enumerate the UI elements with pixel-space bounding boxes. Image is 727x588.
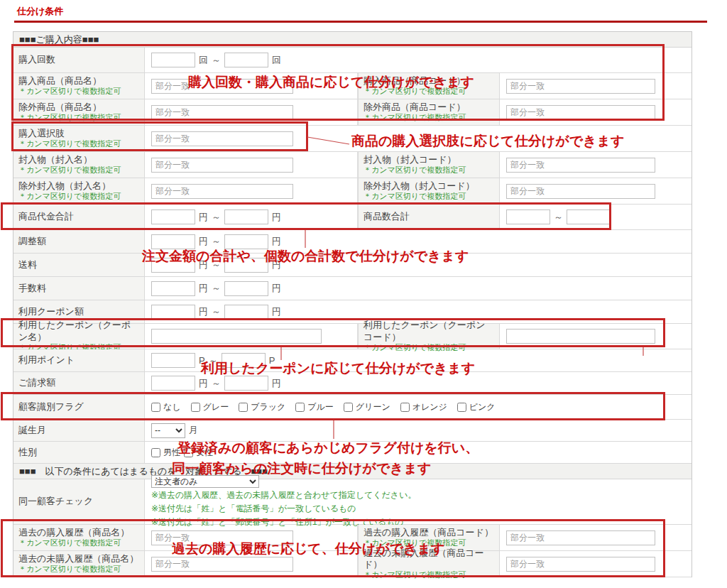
purchased-item-name-input[interactable] xyxy=(151,79,293,94)
row-purchase-count: 購入回数 回 ～ 回 xyxy=(13,48,692,73)
comma-note: ＊カンマ区切りで複数指定可 xyxy=(18,113,139,123)
used-coupon-code-input[interactable] xyxy=(506,329,655,344)
row-shipping-fee: 送料 円 ～ 円 xyxy=(13,254,692,277)
comma-note: ＊カンマ区切りで複数指定可 xyxy=(18,87,139,97)
comma-note: ＊カンマ区切りで複数指定可 xyxy=(18,192,139,202)
row-used-points: 利用ポイント P ～ P xyxy=(13,349,692,372)
used-points-label: 利用ポイント xyxy=(18,354,139,366)
excluded-item-name-label: 除外商品（商品名） xyxy=(18,102,139,113)
same-customer-note-2: ※送付先は「姓」と「電話番号」が一致しているもの xyxy=(151,503,685,515)
past-nonpurchase-name-label: 過去の未購入履歴（商品名） xyxy=(18,553,139,565)
used-points-min-input[interactable] xyxy=(151,353,195,368)
row-past-nonpurchase: 過去の未購入履歴（商品名） ＊カンマ区切りで複数指定可 過去の未購入履歴（商品コ… xyxy=(13,551,692,577)
flag-gray-checkbox[interactable] xyxy=(191,403,200,412)
row-billed-amount: ご請求額 円 ～ 円 xyxy=(13,372,692,395)
past-nonpurchase-name-input[interactable] xyxy=(151,557,293,572)
excluded-insert-name-input[interactable] xyxy=(151,184,293,199)
same-customer-check-label: 同一顧客チェック xyxy=(18,496,139,507)
used-points-max-input[interactable] xyxy=(222,353,266,368)
past-purchase-code-input[interactable] xyxy=(506,530,655,545)
insert-name-input[interactable] xyxy=(151,158,293,173)
row-adjustment: 調整額 円 ～ 円 xyxy=(13,230,692,254)
flag-black-checkbox[interactable] xyxy=(239,403,248,412)
past-purchase-name-input[interactable] xyxy=(151,530,293,545)
gender-male-checkbox[interactable] xyxy=(151,448,160,457)
past-nonpurchase-code-input[interactable] xyxy=(506,557,655,572)
excluded-item-code-input[interactable] xyxy=(506,105,655,120)
conditions-table: ■■■ご購入内容■■■ 購入回数 回 ～ 回 購入商品（商品名） ＊カンマ区切り… xyxy=(13,31,692,577)
row-excluded-item: 除外商品（商品名） ＊カンマ区切りで複数指定可 除外商品（商品コード） ＊カンマ… xyxy=(13,99,692,126)
row-used-coupon: 利用したクーポン（クーポン名） ＊カンマ区切りで複数指定可 利用したクーポン（ク… xyxy=(13,324,692,349)
used-coupon-code-label: 利用したクーポン（クーポンコード） xyxy=(364,320,494,343)
flag-pink-checkbox[interactable] xyxy=(457,403,466,412)
flag-blue-checkbox[interactable] xyxy=(295,403,305,412)
comma-note: ＊カンマ区切りで複数指定可 xyxy=(364,192,494,202)
item-count-total-max-input[interactable] xyxy=(567,209,611,224)
item-count-total-label: 商品数合計 xyxy=(364,211,494,222)
sorting-conditions-page: 仕分け条件 ■■■ご購入内容■■■ 購入回数 回 ～ 回 購入商品（商品名） ＊… xyxy=(0,0,727,588)
coupon-amount-max-input[interactable] xyxy=(224,305,268,320)
flag-green-checkbox[interactable] xyxy=(344,403,353,412)
billed-amount-label: ご請求額 xyxy=(18,377,139,388)
row-purchased-item: 購入商品（商品名） ＊カンマ区切りで複数指定可 購入商品（商品コード） ＊カンマ… xyxy=(13,73,692,99)
birth-month-select[interactable]: -- xyxy=(151,423,185,438)
same-customer-note-1: ※過去の購入履歴、過去の未購入履歴と合わせて指定してください。 xyxy=(151,489,685,501)
row-gender: 性別 男性 女性 xyxy=(13,442,692,464)
row-past-purchase: 過去の購入履歴（商品名） ＊カンマ区切りで複数指定可 過去の購入履歴（商品コード… xyxy=(13,525,692,551)
comma-note: ＊カンマ区切りで複数指定可 xyxy=(364,570,494,580)
shipping-fee-max-input[interactable] xyxy=(224,258,268,273)
comma-note: ＊カンマ区切りで複数指定可 xyxy=(18,538,139,548)
adjustment-label: 調整額 xyxy=(18,236,139,247)
handling-fee-max-input[interactable] xyxy=(224,281,268,296)
past-purchase-code-label: 過去の購入履歴（商品コード） xyxy=(364,527,494,538)
used-coupon-name-input[interactable] xyxy=(151,329,322,344)
coupon-amount-label: 利用クーポン額 xyxy=(18,306,139,317)
coupon-amount-min-input[interactable] xyxy=(151,305,195,320)
gender-female-checkbox[interactable] xyxy=(184,448,193,457)
row-purchase-option: 購入選択肢 ＊カンマ区切りで複数指定可 xyxy=(13,126,692,152)
comma-note: ＊カンマ区切りで複数指定可 xyxy=(18,139,139,149)
birth-month-label: 誕生月 xyxy=(18,425,139,436)
adjustment-min-input[interactable] xyxy=(151,234,195,249)
item-price-total-max-input[interactable] xyxy=(224,209,268,224)
row-birth-month: 誕生月 -- 月 xyxy=(13,420,692,442)
handling-fee-min-input[interactable] xyxy=(151,281,195,296)
purchase-count-max-input[interactable] xyxy=(224,53,268,67)
used-coupon-name-label: 利用したクーポン（クーポン名） xyxy=(18,320,139,343)
customer-flag-label: 顧客識別フラグ xyxy=(18,401,139,413)
row-excluded-insert: 除外封入物（封入名） ＊カンマ区切りで複数指定可 除外封入物（封入コード） ＊カ… xyxy=(13,178,692,205)
purchased-item-code-input[interactable] xyxy=(506,79,655,94)
comma-note: ＊カンマ区切りで複数指定可 xyxy=(18,565,139,575)
adjustment-max-input[interactable] xyxy=(224,234,268,249)
insert-name-label: 封入物（封入名） xyxy=(18,154,139,165)
section-header-purchase-contents: ■■■ご購入内容■■■ xyxy=(13,32,692,48)
shipping-fee-label: 送料 xyxy=(18,259,139,271)
billed-amount-min-input[interactable] xyxy=(151,376,195,391)
page-title: 仕分け条件 xyxy=(17,5,63,18)
gender-label: 性別 xyxy=(18,447,139,458)
section-header-target-conditions: ■■■ 以下の条件にあてはまるものを「対象」とする ■■■ xyxy=(13,464,692,479)
comma-note: ＊カンマ区切りで複数指定可 xyxy=(364,165,494,175)
flag-orange-checkbox[interactable] xyxy=(400,403,410,412)
item-count-total-min-input[interactable] xyxy=(506,209,550,224)
excluded-item-code-label: 除外商品（商品コード） xyxy=(364,102,494,113)
row-same-customer-check: 同一顧客チェック 注文者のみ ※過去の購入履歴、過去の未購入履歴と合わせて指定し… xyxy=(13,479,692,525)
row-item-totals: 商品代金合計 円 ～ 円 商品数合計 ～ xyxy=(13,205,692,230)
comma-note: ＊カンマ区切りで複数指定可 xyxy=(364,87,494,97)
comma-note: ＊カンマ区切りで複数指定可 xyxy=(364,113,494,123)
excluded-item-name-input[interactable] xyxy=(151,105,293,120)
flag-none-checkbox[interactable] xyxy=(151,403,160,412)
same-customer-select[interactable]: 注文者のみ xyxy=(151,475,259,488)
shipping-fee-min-input[interactable] xyxy=(151,258,195,273)
insert-code-input[interactable] xyxy=(506,158,655,173)
excluded-insert-code-input[interactable] xyxy=(506,184,655,199)
item-price-total-label: 商品代金合計 xyxy=(18,211,139,222)
handling-fee-label: 手数料 xyxy=(18,283,139,294)
purchase-option-input[interactable] xyxy=(151,131,293,146)
purchase-count-min-input[interactable] xyxy=(151,53,195,67)
purchase-option-label: 購入選択肢 xyxy=(18,128,139,139)
billed-amount-max-input[interactable] xyxy=(224,376,268,391)
past-nonpurchase-code-label: 過去の未購入履歴（商品コード） xyxy=(364,548,494,571)
item-price-total-min-input[interactable] xyxy=(151,209,195,224)
excluded-insert-code-label: 除外封入物（封入コード） xyxy=(364,180,494,192)
